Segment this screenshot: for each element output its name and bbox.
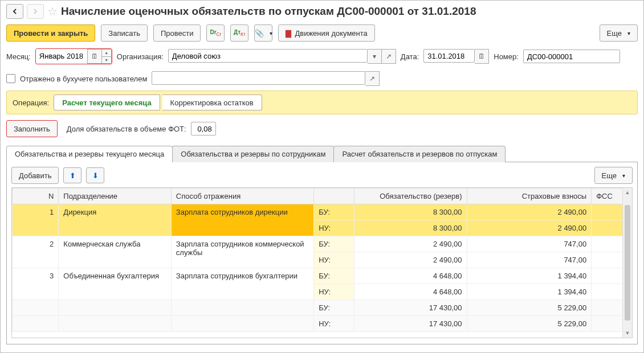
user-reflected-input[interactable] bbox=[152, 71, 365, 85]
th-oblig[interactable]: Обязательство (резерв) bbox=[354, 188, 467, 204]
dt-kt-button[interactable]: ДтКт bbox=[230, 24, 248, 42]
post-button[interactable]: Провести bbox=[153, 24, 201, 42]
org-input[interactable] bbox=[168, 49, 368, 63]
table-row[interactable]: 3 Объединенная бухгалтерия Зарплата сотр… bbox=[13, 268, 632, 284]
month-step-up[interactable]: ▲ bbox=[102, 50, 111, 57]
favorite-star-icon[interactable]: ☆ bbox=[47, 5, 58, 18]
number-input[interactable] bbox=[523, 50, 620, 63]
date-calendar-icon[interactable]: 🗓 bbox=[475, 49, 489, 64]
operation-adjust-segment[interactable]: Корректировка остатков bbox=[162, 95, 262, 110]
number-label: Номер: bbox=[494, 52, 519, 61]
tab-by-employee[interactable]: Обязательства и резервы по сотрудникам bbox=[172, 146, 334, 162]
th-n[interactable]: N bbox=[13, 188, 59, 204]
org-open-icon[interactable]: ↗ bbox=[382, 49, 396, 64]
scroll-down-icon: ▼ bbox=[623, 329, 632, 338]
user-reflected-label: Отражено в бухучете пользователем bbox=[20, 75, 147, 83]
th-insur[interactable]: Страховые взносы bbox=[467, 188, 592, 204]
scroll-up-icon: ▲ bbox=[623, 188, 632, 197]
obligations-table: N Подразделение Способ отражения Обязате… bbox=[11, 187, 633, 338]
nav-back-button[interactable] bbox=[6, 4, 23, 19]
org-dropdown-icon[interactable]: ▾ bbox=[368, 49, 382, 64]
month-calendar-icon[interactable]: 🗓 bbox=[87, 49, 102, 64]
arrow-up-icon: ⬆ bbox=[70, 171, 76, 180]
table-scrollbar[interactable]: ▲ ▼ bbox=[622, 188, 632, 338]
add-row-button[interactable]: Добавить bbox=[11, 167, 59, 184]
move-up-button[interactable]: ⬆ bbox=[63, 167, 81, 183]
share-input[interactable] bbox=[191, 122, 216, 136]
th-method[interactable]: Способ отражения bbox=[171, 188, 313, 204]
month-label: Месяц: bbox=[6, 52, 31, 61]
user-reflected-open-icon[interactable]: ↗ bbox=[365, 71, 380, 86]
arrow-down-icon: ⬇ bbox=[92, 171, 99, 180]
tab-current-month[interactable]: Обязательства и резервы текущего месяца bbox=[6, 146, 173, 162]
post-and-close-button[interactable]: Провести и закрыть bbox=[6, 24, 95, 42]
more-button[interactable]: Еще bbox=[600, 24, 638, 42]
th-bn[interactable] bbox=[314, 188, 354, 204]
operation-label: Операция: bbox=[13, 98, 49, 107]
table-total-bu: БУ:17 430,005 229,00 bbox=[13, 300, 632, 316]
document-motions-button[interactable]: ▇Движения документа bbox=[278, 24, 374, 42]
th-dept[interactable]: Подразделение bbox=[59, 188, 172, 204]
share-label: Доля обязательств в объеме ФОТ: bbox=[67, 125, 186, 133]
move-down-button[interactable]: ⬇ bbox=[86, 167, 104, 183]
date-input[interactable] bbox=[423, 49, 475, 63]
org-label: Организация: bbox=[117, 52, 164, 61]
paperclip-icon: 📎 bbox=[255, 29, 264, 38]
dr-cr-button[interactable]: DrCr bbox=[206, 24, 225, 42]
user-reflected-checkbox[interactable] bbox=[6, 74, 15, 83]
table-row[interactable]: 1 Дирекция Зарплата сотрудников дирекции… bbox=[13, 204, 632, 220]
operation-current-segment[interactable]: Расчет текущего месяца bbox=[54, 95, 160, 110]
nav-forward-button[interactable] bbox=[27, 4, 44, 19]
report-icon: ▇ bbox=[286, 29, 291, 38]
table-row[interactable]: 2 Коммерческая служба Зарплата сотрудник… bbox=[13, 236, 632, 252]
tab-calculation[interactable]: Расчет обязательств и резервов по отпуск… bbox=[333, 146, 506, 162]
save-button[interactable]: Записать bbox=[101, 24, 148, 42]
fill-button[interactable]: Заполнить bbox=[6, 120, 58, 137]
page-title: Начисление оценочных обязательств по отп… bbox=[61, 5, 476, 18]
date-label: Дата: bbox=[401, 52, 419, 61]
table-more-button[interactable]: Еще bbox=[594, 167, 633, 184]
table-total-nu: НУ:17 430,005 229,00 bbox=[13, 316, 632, 332]
attach-button[interactable]: 📎 bbox=[254, 24, 272, 42]
month-input[interactable] bbox=[36, 49, 87, 63]
month-step-down[interactable]: ▼ bbox=[102, 57, 111, 64]
